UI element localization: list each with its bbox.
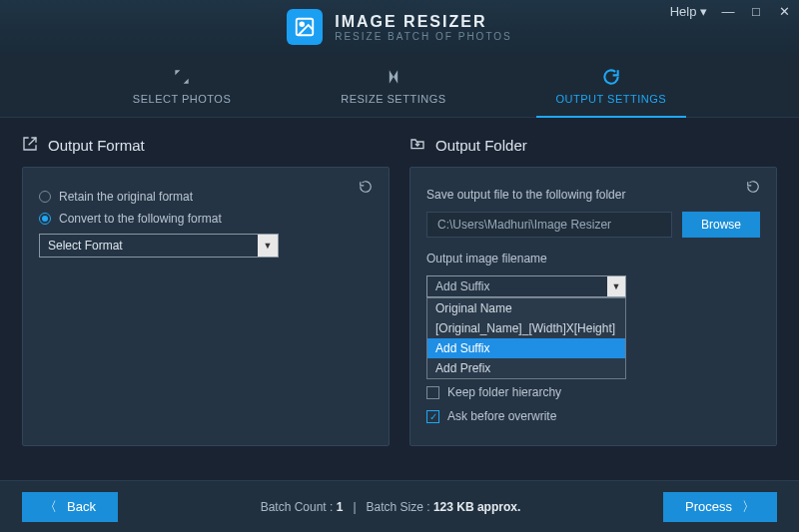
tab-bar: SELECT PHOTOS RESIZE SETTINGS OUTPUT SET… <box>0 54 799 118</box>
title-bar: IMAGE RESIZER RESIZE BATCH OF PHOTOS Hel… <box>0 0 799 54</box>
chevron-down-icon: ▼ <box>607 276 625 296</box>
filename-select[interactable]: Add Suffix ▼ <box>426 275 626 297</box>
tab-output-settings[interactable]: OUTPUT SETTINGS <box>536 54 687 117</box>
select-value: Select Format <box>48 239 123 253</box>
checkbox-icon <box>426 386 439 399</box>
export-icon <box>22 136 38 155</box>
button-label: Back <box>67 499 96 514</box>
undo-icon <box>359 180 373 194</box>
convert-format-radio[interactable]: Convert to the following format <box>39 212 373 226</box>
undo-icon <box>746 180 760 194</box>
ask-overwrite-checkbox[interactable]: ✓ Ask before overwrite <box>426 409 760 423</box>
batch-info: Batch Count : 1 | Batch Size : 123 KB ap… <box>261 500 521 514</box>
tab-label: SELECT PHOTOS <box>133 93 231 105</box>
output-path-input[interactable]: C:\Users\Madhuri\Image Resizer <box>426 212 672 238</box>
footer-bar: 〈 Back Batch Count : 1 | Batch Size : 12… <box>0 480 799 532</box>
radio-label: Retain the original format <box>59 190 193 204</box>
help-menu[interactable]: Help ▾ <box>670 4 707 19</box>
save-folder-label: Save output file to the following folder <box>426 188 760 202</box>
process-button[interactable]: Process 〉 <box>663 492 777 522</box>
filename-dropdown-list: Original Name [Original_Name]_[Width]X[H… <box>426 297 626 379</box>
resize-icon <box>384 67 403 87</box>
reset-folder-button[interactable] <box>740 176 766 198</box>
checkbox-label: Keep folder hierarchy <box>447 385 561 399</box>
format-select[interactable]: Select Format ▼ <box>39 234 279 258</box>
svg-point-1 <box>301 22 305 26</box>
maximize-button[interactable]: □ <box>749 4 763 19</box>
dropdown-option[interactable]: Original Name <box>427 298 625 318</box>
checkbox-label: Ask before overwrite <box>447 409 556 423</box>
tab-resize-settings[interactable]: RESIZE SETTINGS <box>321 54 465 117</box>
chevron-left-icon: 〈 <box>44 498 57 516</box>
minimize-button[interactable]: ― <box>721 4 735 19</box>
output-folder-panel: Output Folder Save output file to the fo… <box>409 136 777 446</box>
brand: IMAGE RESIZER RESIZE BATCH OF PHOTOS <box>287 9 512 45</box>
dropdown-option[interactable]: [Original_Name]_[Width]X[Height] <box>427 318 625 338</box>
panel-title-text: Output Format <box>48 137 145 154</box>
dropdown-option[interactable]: Add Suffix <box>427 338 625 358</box>
chevron-right-icon: 〉 <box>742 498 755 516</box>
app-logo-icon <box>287 9 323 45</box>
chevron-down-icon: ▼ <box>258 235 278 257</box>
tab-label: OUTPUT SETTINGS <box>556 93 667 105</box>
tab-select-photos[interactable]: SELECT PHOTOS <box>113 54 251 117</box>
radio-label: Convert to the following format <box>59 212 222 226</box>
reset-format-button[interactable] <box>353 176 379 198</box>
expand-icon <box>172 67 192 87</box>
back-button[interactable]: 〈 Back <box>22 492 118 522</box>
app-title: IMAGE RESIZER <box>335 13 512 31</box>
close-button[interactable]: ✕ <box>777 4 791 19</box>
dropdown-option[interactable]: Add Prefix <box>427 358 625 378</box>
tab-label: RESIZE SETTINGS <box>341 93 445 105</box>
checkbox-icon: ✓ <box>426 410 439 423</box>
select-value: Add Suffix <box>435 279 489 293</box>
browse-button[interactable]: Browse <box>682 212 760 238</box>
keep-hierarchy-checkbox[interactable]: Keep folder hierarchy <box>426 385 760 399</box>
refresh-icon <box>601 67 621 87</box>
panel-title-text: Output Folder <box>435 137 527 154</box>
filename-label: Output image filename <box>426 252 760 266</box>
radio-icon <box>39 191 51 203</box>
radio-icon <box>39 213 51 225</box>
output-format-panel: Output Format Retain the original format… <box>22 136 390 446</box>
retain-format-radio[interactable]: Retain the original format <box>39 190 373 204</box>
folder-icon <box>409 136 425 155</box>
button-label: Process <box>685 499 732 514</box>
app-subtitle: RESIZE BATCH OF PHOTOS <box>335 31 512 42</box>
